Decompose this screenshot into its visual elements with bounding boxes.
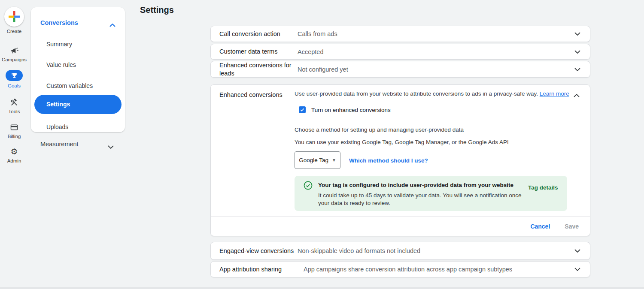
sidebar-item-campaigns[interactable]: Campaigns — [0, 46, 28, 62]
row-value: App campaigns share conversion attributi… — [304, 266, 512, 273]
settings-item-label: Settings — [46, 101, 70, 108]
campaigns-label: Campaigns — [2, 57, 27, 62]
goals-selected-pill[interactable] — [6, 70, 23, 81]
conversions-section-header[interactable]: Conversions — [40, 19, 78, 26]
dropdown-caret-icon: ▼ — [332, 158, 336, 163]
choose-method-text: Choose a method for setting up and manag… — [295, 126, 464, 133]
sidebar-item-custom-variables[interactable]: Custom variables — [46, 82, 93, 89]
checkbox-label: Turn on enhanced conversions — [311, 107, 391, 113]
chevron-up-icon[interactable] — [574, 91, 580, 99]
check-circle-icon — [304, 181, 313, 192]
accordion-row-engaged-view-conversions[interactable]: Engaged-view conversions Non-skippable v… — [210, 242, 590, 260]
panel-description: Use user-provided data from your website… — [295, 90, 569, 98]
sidebar-item-value-rules[interactable]: Value rules — [46, 61, 76, 68]
create-label: Create — [7, 29, 22, 34]
megaphone-icon — [10, 46, 18, 55]
row-value: Accepted — [298, 48, 323, 55]
row-value: Calls from ads — [298, 30, 337, 37]
billing-label: Billing — [8, 134, 21, 139]
chevron-down-icon[interactable] — [574, 32, 580, 36]
panel-label: Enhanced conversions — [219, 91, 283, 98]
measurement-label: Measurement — [40, 141, 79, 148]
accordion-row-call-conversion-action[interactable]: Call conversion action Calls from ads — [210, 26, 590, 42]
accordion-row-enhanced-conversions-for-leads[interactable]: Enhanced conversions for leads Not confi… — [210, 61, 590, 78]
method-dropdown-value: Google Tag — [299, 157, 328, 163]
admin-label: Admin — [7, 158, 21, 163]
existing-tag-text: You can use your existing Google Tag, Go… — [295, 139, 509, 145]
accordion-row-customer-data-terms[interactable]: Customer data terms Accepted — [210, 44, 590, 60]
sidebar-item-admin[interactable]: ⚙ Admin — [0, 148, 28, 163]
sidebar-item-uploads[interactable]: Uploads — [46, 123, 68, 130]
bottom-edge — [0, 287, 644, 289]
create-plus-icon[interactable] — [4, 7, 24, 27]
checkbox-checked-icon[interactable] — [299, 106, 306, 113]
conversions-nav-card: Conversions Summary Value rules Custom v… — [31, 7, 125, 132]
chevron-down-icon[interactable] — [574, 68, 580, 71]
gear-icon: ⚙ — [10, 148, 18, 156]
chevron-up-icon[interactable] — [109, 21, 115, 29]
hammer-wrench-icon — [10, 98, 18, 107]
sidebar-item-settings-selected[interactable]: Settings — [34, 95, 122, 114]
turn-on-enhanced-conversions-checkbox[interactable]: Turn on enhanced conversions — [299, 106, 391, 113]
save-button[interactable]: Save — [565, 223, 579, 230]
row-label: App attribution sharing — [219, 265, 304, 274]
row-label: Call conversion action — [219, 30, 298, 38]
method-dropdown[interactable]: Google Tag ▼ — [295, 151, 340, 169]
sidebar-item-summary[interactable]: Summary — [46, 41, 72, 48]
row-value: Non-skippable video ad formats not inclu… — [298, 247, 420, 254]
row-label: Enhanced conversions for leads — [219, 61, 298, 78]
which-method-help-link[interactable]: Which method should I use? — [349, 157, 428, 164]
notice-body: It could take up to 45 days to validate … — [318, 192, 522, 207]
chevron-down-icon[interactable] — [574, 50, 580, 54]
description-text: Use user-provided data from your website… — [295, 90, 538, 97]
sidebar-item-goals[interactable]: Goals — [0, 70, 28, 88]
page-title: Settings — [140, 5, 174, 15]
credit-card-icon — [10, 123, 18, 132]
trophy-icon — [10, 71, 18, 80]
goals-label: Goals — [8, 83, 21, 88]
tag-configured-notice: Your tag is configured to include user-p… — [295, 176, 567, 211]
row-label: Customer data terms — [219, 48, 298, 56]
chevron-down-icon[interactable] — [574, 268, 580, 271]
chevron-down-icon — [108, 143, 114, 151]
notice-title: Your tag is configured to include user-p… — [318, 182, 513, 188]
measurement-section-header[interactable]: Measurement — [31, 140, 125, 150]
row-value: Not configured yet — [298, 66, 348, 73]
chevron-down-icon[interactable] — [574, 249, 580, 253]
cancel-button[interactable]: Cancel — [530, 223, 550, 230]
panel-footer: Cancel Save — [211, 217, 590, 236]
accordion-panel-enhanced-conversions: Enhanced conversions Use user-provided d… — [210, 84, 590, 236]
create-button[interactable]: Create — [0, 7, 28, 34]
tag-details-link[interactable]: Tag details — [528, 184, 558, 191]
sidebar-item-tools[interactable]: Tools — [0, 98, 28, 114]
tools-label: Tools — [9, 109, 20, 114]
row-label: Engaged-view conversions — [219, 247, 298, 255]
google-plus-icon — [9, 11, 20, 22]
learn-more-link[interactable]: Learn more — [540, 90, 569, 97]
sidebar-item-billing[interactable]: Billing — [0, 123, 28, 139]
accordion-row-app-attribution-sharing[interactable]: App attribution sharing App campaigns sh… — [210, 261, 590, 277]
